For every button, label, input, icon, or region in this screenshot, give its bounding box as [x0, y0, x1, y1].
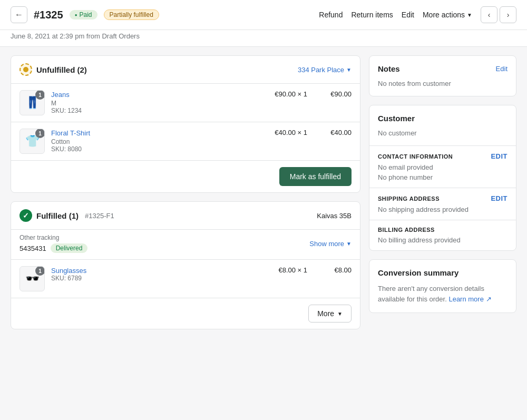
item-name-link[interactable]: Jeans	[51, 91, 70, 99]
item-image: 🕶️ 1	[19, 266, 45, 291]
customer-card: Customer No customer CONTACT INFORMATION…	[369, 105, 516, 251]
edit-button[interactable]: Edit	[402, 11, 414, 19]
main-layout: Unfulfilled (2) 334 Park Place ▼ 👖 1 Jea…	[0, 47, 527, 338]
item-price-group: €90.00 × 1 €90.00	[275, 90, 352, 98]
billing-label-text: BILLING ADDRESS	[378, 227, 435, 233]
fulfilled-icon: ✓	[19, 209, 32, 222]
show-more-link[interactable]: Show more ▼	[309, 240, 352, 248]
shipping-empty: No shipping address provided	[378, 206, 508, 213]
item-qty-badge: 1	[35, 266, 45, 276]
item-total: €90.00	[320, 90, 352, 98]
customer-empty: No customer	[378, 129, 508, 137]
list-item: 👖 1 Jeans M SKU: 1234 €90.00 × 1 €90.00	[11, 83, 360, 122]
list-item: 🕶️ 1 Sunglasses SKU: 6789 €8.00 × 1 €8.0…	[11, 259, 360, 298]
contact-label: CONTACT INFORMATION Edit	[378, 152, 508, 160]
no-phone: No phone number	[378, 173, 508, 181]
item-sku: SKU: 1234	[51, 107, 268, 114]
learn-more-label: Learn more	[448, 295, 483, 303]
more-actions-label: More actions	[423, 11, 465, 19]
order-number: #1325	[34, 9, 63, 21]
page: ← #1325 Paid Partially fulfilled Refund …	[0, 0, 527, 420]
paid-badge: Paid	[70, 10, 97, 19]
tracking-info: 5435431 Delivered	[19, 243, 87, 253]
customer-title: Customer	[378, 114, 415, 123]
order-date: June 8, 2021 at 2:39 pm from Draft Order…	[0, 30, 527, 47]
no-email: No email provided	[378, 163, 508, 171]
fulfilled-title: ✓ Fulfilled (1) #1325-F1	[19, 209, 114, 222]
notes-empty: No notes from customer	[378, 80, 508, 87]
right-column: Notes Edit No notes from customer Custom…	[369, 55, 516, 329]
unfulfilled-title-text: Unfulfilled (2)	[36, 65, 87, 74]
item-sku: SKU: 6789	[51, 275, 272, 282]
contact-section: CONTACT INFORMATION Edit No email provid…	[369, 145, 516, 188]
item-price-group: €8.00 × 1 €8.00	[278, 266, 352, 274]
chevron-down-icon: ▼	[337, 311, 343, 317]
header-actions: Refund Return items Edit More actions ▼ …	[319, 6, 516, 23]
item-image: 👕 1	[19, 129, 45, 154]
next-order-button[interactable]: ›	[500, 6, 516, 23]
tracking-left: Other tracking 5435431 Delivered	[19, 234, 87, 253]
prev-order-button[interactable]: ‹	[481, 6, 497, 23]
notes-header: Notes Edit	[378, 64, 508, 73]
item-details: Sunglasses SKU: 6789	[51, 266, 272, 282]
customer-header: Customer	[378, 114, 508, 123]
notes-edit-link[interactable]: Edit	[496, 65, 508, 73]
unfulfilled-title: Unfulfilled (2)	[19, 63, 87, 76]
refund-button[interactable]: Refund	[319, 11, 343, 19]
item-image: 👖 1	[19, 90, 45, 115]
conversion-text: There aren't any conversion details avai…	[378, 284, 508, 304]
customer-section: Customer No customer	[369, 105, 516, 145]
billing-section: BILLING ADDRESS No billing address provi…	[369, 220, 516, 250]
more-actions-button[interactable]: More actions ▼	[423, 11, 472, 19]
item-details: Floral T-Shirt Cotton SKU: 8080	[51, 129, 268, 153]
fulfilled-header: ✓ Fulfilled (1) #1325-F1 Kaivas 35B	[11, 202, 360, 229]
chevron-down-icon: ▼	[467, 12, 472, 18]
header: ← #1325 Paid Partially fulfilled Refund …	[0, 0, 527, 30]
return-items-button[interactable]: Return items	[351, 11, 393, 19]
show-more-label: Show more	[309, 240, 344, 248]
chevron-down-icon: ▼	[346, 241, 352, 247]
fulfilled-order-id: #1325-F1	[85, 212, 114, 220]
unfulfilled-icon	[19, 63, 32, 76]
fulfilled-location: Kaivas 35B	[317, 212, 352, 220]
tracking-number: 5435431	[19, 245, 46, 252]
unfulfilled-card: Unfulfilled (2) 334 Park Place ▼ 👖 1 Jea…	[11, 55, 360, 193]
conversion-header: Conversion summary	[378, 268, 508, 277]
item-total: €8.00	[320, 266, 352, 274]
item-price-group: €40.00 × 1 €40.00	[275, 129, 352, 136]
more-label: More	[317, 309, 334, 318]
shipping-edit-link[interactable]: Edit	[491, 194, 508, 202]
external-link-icon: ↗	[486, 295, 492, 303]
mark-fulfilled-button[interactable]: Mark as fulfilled	[279, 167, 352, 186]
left-column: Unfulfilled (2) 334 Park Place ▼ 👖 1 Jea…	[11, 55, 360, 329]
more-button[interactable]: More ▼	[308, 305, 352, 323]
item-unit-price: €8.00 × 1	[278, 266, 307, 274]
unfulfilled-header: Unfulfilled (2) 334 Park Place ▼	[11, 56, 360, 83]
fulfill-row: Mark as fulfilled	[11, 160, 360, 192]
contact-label-text: CONTACT INFORMATION	[378, 153, 453, 160]
shipping-label-text: SHIPPING ADDRESS	[378, 196, 440, 202]
back-button[interactable]: ←	[11, 6, 27, 23]
shipping-section: SHIPPING ADDRESS Edit No shipping addres…	[369, 188, 516, 220]
fulfilled-card: ✓ Fulfilled (1) #1325-F1 Kaivas 35B Othe…	[11, 201, 360, 329]
list-item: 👕 1 Floral T-Shirt Cotton SKU: 8080 €40.…	[11, 122, 360, 160]
conversion-title: Conversion summary	[378, 268, 458, 277]
tracking-row: Other tracking 5435431 Delivered Show mo…	[11, 229, 360, 259]
unfulfilled-location: 334 Park Place	[298, 66, 344, 74]
billing-empty: No billing address provided	[378, 236, 508, 244]
nav-buttons: ‹ ›	[481, 6, 516, 23]
tracking-label: Other tracking	[19, 234, 87, 241]
contact-edit-link[interactable]: Edit	[491, 152, 508, 160]
unfulfilled-location-link[interactable]: 334 Park Place ▼	[298, 66, 352, 74]
item-name-link[interactable]: Floral T-Shirt	[51, 129, 90, 137]
delivered-badge: Delivered	[51, 243, 88, 253]
item-variant: Cotton	[51, 138, 268, 145]
item-name-link[interactable]: Sunglasses	[51, 267, 86, 275]
learn-more-link[interactable]: Learn more ↗	[448, 295, 491, 303]
notes-title: Notes	[378, 64, 400, 73]
item-sku: SKU: 8080	[51, 145, 268, 153]
more-row: More ▼	[11, 298, 360, 329]
item-details: Jeans M SKU: 1234	[51, 90, 268, 114]
item-qty-badge: 1	[35, 90, 45, 100]
item-qty-badge: 1	[35, 129, 45, 138]
